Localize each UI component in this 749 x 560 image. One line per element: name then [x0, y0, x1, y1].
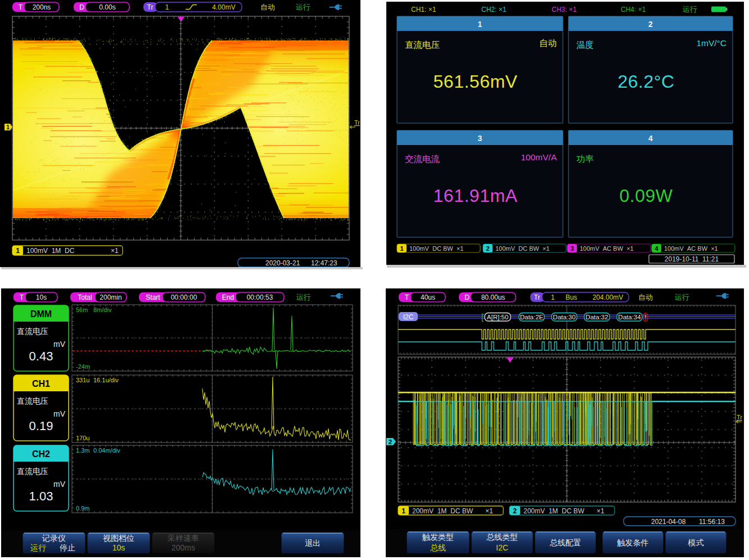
svg-text:[: [: [481, 313, 484, 322]
svg-text:CH3: ×1: CH3: ×1: [552, 6, 577, 13]
svg-text:100mV AC BW ×1: 100mV AC BW ×1: [664, 245, 718, 252]
svg-text:1: 1: [478, 20, 482, 29]
svg-text:00:00:53: 00:00:53: [247, 293, 273, 301]
svg-text:0.09W: 0.09W: [620, 186, 673, 206]
svg-text:2: 2: [486, 245, 489, 252]
svg-text:I2C: I2C: [496, 543, 508, 552]
svg-text:自动: 自动: [638, 293, 653, 301]
svg-text:4: 4: [655, 245, 658, 252]
svg-text:Start: Start: [146, 293, 160, 301]
svg-text:Tr: Tr: [354, 119, 360, 126]
svg-text:×1: ×1: [597, 507, 604, 515]
svg-text:运行: 运行: [296, 293, 311, 301]
svg-text:100mV/A: 100mV/A: [521, 152, 557, 162]
svg-text:200mV 1M DC BW: 200mV 1M DC BW: [412, 507, 473, 515]
svg-text:1.3m: 1.3m: [76, 447, 89, 454]
svg-text:170u: 170u: [76, 435, 89, 441]
svg-text:2: 2: [513, 507, 517, 515]
svg-text:161.91mA: 161.91mA: [434, 186, 518, 206]
svg-text:100mV DC BW ×1: 100mV DC BW ×1: [409, 245, 463, 252]
svg-text:触发类型: 触发类型: [422, 532, 454, 541]
svg-text:!: !: [644, 314, 646, 320]
svg-text:CH2: CH2: [32, 449, 50, 459]
svg-text:模式: 模式: [688, 538, 704, 547]
svg-text:1mV/°C: 1mV/°C: [696, 38, 727, 48]
svg-text:Tr: Tr: [534, 293, 540, 301]
svg-text:自动: 自动: [260, 3, 275, 11]
svg-text:温度: 温度: [576, 40, 594, 49]
svg-text:End: End: [222, 293, 234, 301]
svg-text:1: 1: [400, 245, 403, 252]
svg-text:T: T: [20, 293, 24, 301]
svg-text:3: 3: [570, 245, 574, 252]
svg-text:直流电压: 直流电压: [17, 396, 48, 405]
svg-text:0.04m/div: 0.04m/div: [93, 447, 120, 454]
svg-text:T: T: [19, 3, 23, 11]
svg-text:1.03: 1.03: [29, 489, 53, 503]
svg-text:100mV DC BW ×1: 100mV DC BW ×1: [495, 245, 549, 252]
svg-text:100mV 1M DC: 100mV 1M DC: [26, 247, 75, 255]
svg-text:2021-04-08: 2021-04-08: [651, 518, 686, 526]
svg-text:总线类型: 总线类型: [486, 532, 518, 541]
svg-text:10s: 10s: [36, 293, 47, 301]
svg-text:运行: 运行: [296, 3, 310, 11]
svg-text:CH1: ×1: CH1: ×1: [411, 6, 436, 13]
svg-text:3: 3: [478, 134, 482, 143]
svg-text:×1: ×1: [485, 507, 493, 515]
svg-text:561.56mV: 561.56mV: [434, 71, 518, 92]
svg-text:运行: 运行: [675, 293, 689, 301]
svg-text:26.2°C: 26.2°C: [617, 71, 674, 92]
svg-text:12:47:23: 12:47:23: [311, 259, 337, 267]
svg-text:11:56:13: 11:56:13: [699, 518, 725, 526]
svg-text:80.00us: 80.00us: [481, 293, 506, 301]
svg-text:0.43: 0.43: [29, 349, 53, 363]
svg-text:D: D: [464, 293, 470, 301]
svg-text:16.1u/div: 16.1u/div: [93, 377, 119, 383]
svg-text:直流电压: 直流电压: [17, 467, 48, 476]
svg-text:退出: 退出: [305, 539, 321, 548]
svg-text:-24m: -24m: [76, 363, 90, 370]
svg-text:D: D: [79, 3, 84, 11]
svg-text:10s: 10s: [112, 543, 125, 552]
svg-text:停止: 停止: [60, 543, 75, 552]
svg-text:CH1: CH1: [32, 379, 50, 389]
svg-text:×1: ×1: [111, 247, 119, 255]
svg-text:2: 2: [648, 20, 653, 29]
svg-text:100mV AC BW ×1: 100mV AC BW ×1: [580, 245, 634, 252]
svg-text:记录仪: 记录仪: [42, 534, 66, 543]
svg-text:4.00mV: 4.00mV: [212, 3, 235, 11]
svg-text:交流电流: 交流电流: [405, 154, 440, 164]
svg-text:0.9m: 0.9m: [76, 505, 89, 512]
svg-text:Bus: Bus: [566, 293, 577, 301]
svg-text:200min: 200min: [100, 293, 121, 301]
svg-text:Data:30: Data:30: [553, 314, 575, 320]
svg-text:运行: 运行: [683, 5, 697, 13]
svg-text:2019-10-11 11:21: 2019-10-11 11:21: [665, 255, 719, 263]
svg-text:1: 1: [401, 507, 405, 515]
svg-text:2020-03-21: 2020-03-21: [265, 259, 300, 267]
svg-text:mV: mV: [53, 409, 66, 418]
svg-text:CH2: ×1: CH2: ×1: [481, 6, 507, 13]
svg-text:40us: 40us: [421, 293, 435, 301]
svg-text:采样速率: 采样速率: [168, 534, 199, 543]
svg-text:运行: 运行: [30, 543, 46, 552]
svg-text:200mV 1M DC BW: 200mV 1M DC BW: [524, 507, 585, 515]
svg-text:视图档位: 视图档位: [103, 534, 134, 543]
svg-text:总线配置: 总线配置: [550, 538, 581, 547]
svg-text:直流电压: 直流电压: [17, 327, 48, 336]
svg-text:8m/div: 8m/div: [93, 306, 112, 313]
svg-text:204.00mV: 204.00mV: [593, 293, 624, 301]
svg-text:I2C: I2C: [403, 313, 414, 321]
svg-text:Tr: Tr: [147, 3, 154, 11]
svg-text:1: 1: [165, 3, 169, 11]
svg-text:自动: 自动: [539, 38, 557, 48]
svg-text:1: 1: [6, 124, 10, 130]
svg-text:直流电压: 直流电压: [405, 40, 440, 49]
svg-text:DMM: DMM: [30, 309, 52, 319]
svg-text:1: 1: [551, 293, 555, 301]
svg-text:总线: 总线: [430, 543, 446, 552]
svg-text:mV: mV: [53, 480, 66, 489]
svg-text:200ms: 200ms: [172, 543, 195, 552]
svg-text:mV: mV: [53, 340, 66, 349]
svg-text:CH4: ×1: CH4: ×1: [621, 6, 646, 13]
